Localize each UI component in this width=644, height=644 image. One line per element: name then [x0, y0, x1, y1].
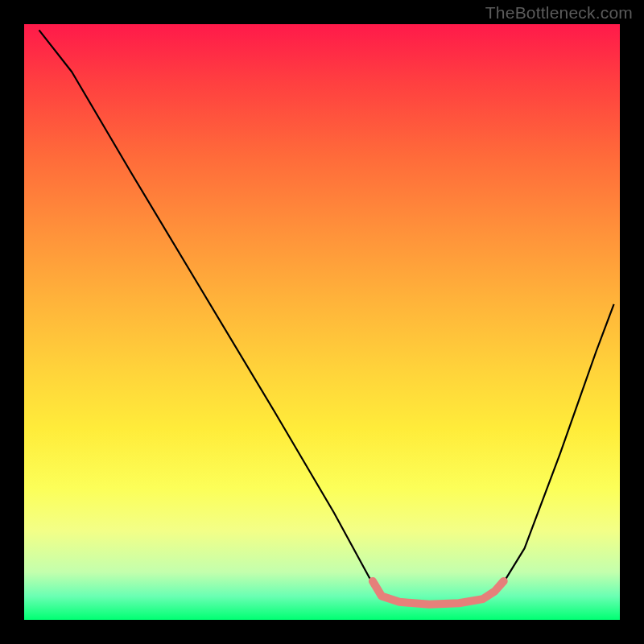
bottleneck-curve	[39, 30, 614, 604]
watermark-text: TheBottleneck.com	[485, 3, 633, 23]
chart-overlay	[0, 0, 644, 644]
bottleneck-marker-band	[373, 581, 504, 605]
